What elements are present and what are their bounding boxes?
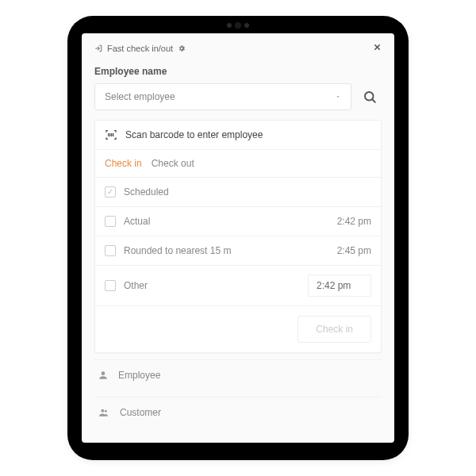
footer-employee-row[interactable]: Employee bbox=[94, 359, 382, 390]
option-other[interactable]: Other bbox=[95, 266, 381, 306]
svg-point-9 bbox=[101, 409, 104, 413]
checkbox-other[interactable] bbox=[105, 280, 116, 291]
svg-point-10 bbox=[105, 410, 107, 413]
gear-icon[interactable] bbox=[178, 44, 186, 52]
login-icon bbox=[94, 44, 102, 52]
option-actual-label: Actual bbox=[124, 216, 329, 227]
option-scheduled[interactable]: Scheduled bbox=[95, 178, 381, 207]
scan-barcode-row[interactable]: Scan barcode to enter employee bbox=[95, 121, 381, 150]
checkin-card: Scan barcode to enter employee Check in … bbox=[94, 120, 382, 353]
tablet-frame: Fast check in/out Employee name Select e… bbox=[67, 16, 409, 460]
checkbox-actual[interactable] bbox=[105, 216, 116, 227]
option-other-label: Other bbox=[124, 280, 300, 291]
scan-barcode-text: Scan barcode to enter employee bbox=[125, 129, 263, 140]
search-button[interactable] bbox=[358, 83, 382, 110]
employee-select-placeholder: Select employee bbox=[105, 91, 175, 102]
option-rounded[interactable]: Rounded to nearest 15 m 2:45 pm bbox=[95, 236, 381, 266]
option-rounded-time: 2:45 pm bbox=[337, 245, 371, 256]
footer-customer-label: Customer bbox=[120, 407, 161, 418]
tab-checkin[interactable]: Check in bbox=[105, 158, 142, 169]
people-icon bbox=[98, 407, 110, 418]
option-scheduled-label: Scheduled bbox=[124, 186, 371, 198]
option-actual[interactable]: Actual 2:42 pm bbox=[95, 207, 381, 236]
option-actual-time: 2:42 pm bbox=[337, 216, 371, 227]
checkbox-scheduled[interactable] bbox=[105, 186, 116, 198]
option-rounded-label: Rounded to nearest 15 m bbox=[124, 245, 329, 256]
close-icon[interactable] bbox=[373, 43, 382, 53]
option-other-time-input[interactable] bbox=[308, 274, 371, 297]
footer-employee-label: Employee bbox=[118, 370, 160, 381]
svg-line-4 bbox=[372, 99, 374, 102]
barcode-icon bbox=[105, 129, 117, 141]
app-screen: Fast check in/out Employee name Select e… bbox=[82, 33, 394, 443]
tab-checkout[interactable]: Check out bbox=[152, 158, 194, 169]
employee-name-label: Employee name bbox=[94, 66, 382, 77]
checkin-tabs: Check in Check out bbox=[95, 150, 381, 178]
footer-customer-row[interactable]: Customer bbox=[94, 397, 382, 428]
employee-select[interactable]: Select employee bbox=[94, 83, 351, 110]
caret-down-icon bbox=[335, 91, 341, 102]
modal-title: Fast check in/out bbox=[107, 44, 173, 53]
checkbox-rounded[interactable] bbox=[105, 245, 116, 256]
person-icon bbox=[98, 370, 109, 381]
camera-cluster bbox=[227, 22, 249, 29]
checkin-button[interactable]: Check in bbox=[298, 316, 371, 343]
modal-header: Fast check in/out bbox=[94, 43, 382, 53]
